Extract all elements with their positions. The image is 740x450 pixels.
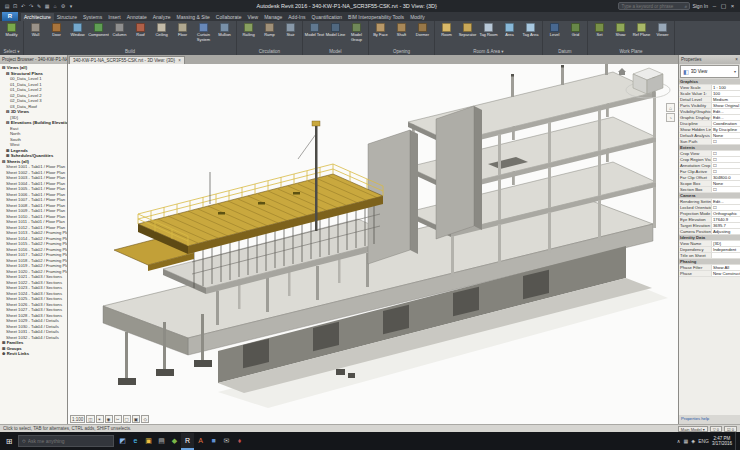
view-tab[interactable]: 340-KW-P1-NA_SCR3F55-CSK.rvt - 3D View: … [69,56,185,64]
ribbon-tool-button[interactable]: Mullion [214,22,235,48]
view-control-button[interactable]: ▣ [132,415,140,423]
quick-access-icon[interactable]: ▾ [67,0,75,12]
taskbar-app-icon[interactable]: e [129,433,142,450]
status-control[interactable]: ☑ 0 [724,426,737,432]
browser-tree-item[interactable]: Sheet 1021 - Tab03 / Sections [0,274,67,280]
tray-icon[interactable]: ◈ [691,438,695,444]
start-button[interactable]: ⊞ [2,437,16,446]
ribbon-tool-button[interactable]: Stair [280,22,301,48]
navigation-tool[interactable]: ⌂ [666,103,675,112]
window-control-button[interactable]: ▢ [719,0,728,12]
project-browser-header[interactable]: Project Browser - 340-KW-P1-NA_SCR3F55-C… [0,55,67,64]
ribbon-tab[interactable]: Add-Ins [285,13,308,21]
taskbar-search[interactable]: ○ [18,435,114,447]
app-menu-button[interactable]: R [2,12,18,21]
quick-access-icon[interactable]: ↶ [19,0,27,12]
ribbon-tool-button[interactable]: Separator [457,22,478,48]
browser-tree-item[interactable]: ⊟ Elevations (Building Elevation) [0,120,67,126]
ribbon-tab[interactable]: Analyze [150,13,174,21]
browser-tree-item[interactable]: Sheet 1017 - Tab02 / Framing Plan [0,252,67,258]
tray-icon[interactable]: ▦ [684,438,689,444]
infocenter-search[interactable]: ⌕ [618,2,690,10]
ribbon-tool-button[interactable]: Ref Plane [631,22,652,48]
view-control-button[interactable]: ▢ [123,415,131,423]
property-value[interactable]: 100 [711,91,740,96]
ribbon-tool-button[interactable]: Model Line [325,22,346,48]
view-control-button[interactable]: ✂ [114,415,122,423]
ribbon-tab[interactable]: Modify [407,13,428,21]
ribbon-tool-button[interactable]: Roof [130,22,151,48]
ribbon-tool-button[interactable]: Window [67,22,88,48]
ribbon-tool-button[interactable]: Ceiling [151,22,172,48]
ribbon-tab[interactable]: BIM Interoperability Tools [345,13,407,21]
ribbon-tool-button[interactable]: Railing [238,22,259,48]
property-value[interactable]: 304800.0 [711,175,740,180]
ribbon-tool-button[interactable]: Tag Area [520,22,541,48]
view-control-button[interactable]: ◇ [141,415,149,423]
view-control-button[interactable]: 1:100 [70,415,85,423]
taskbar-app-icon[interactable]: ✉ [220,433,233,450]
ribbon-tool-button[interactable]: Ramp [259,22,280,48]
property-value[interactable]: ☐ [711,187,740,192]
browser-tree-item[interactable]: Sheet 1005 - Tab01 / Floor Plan [0,186,67,192]
quick-access-icon[interactable]: ⊡ [11,0,19,12]
browser-tree-item[interactable]: ⊕ Revit Links [0,351,67,357]
property-value[interactable]: Orthographic [711,211,740,216]
property-value[interactable] [711,253,740,258]
property-value[interactable]: Coordination [711,121,740,126]
ribbon-tool-button[interactable]: Modify [1,22,22,48]
quick-access-icon[interactable]: ⚙ [59,0,67,12]
ribbon-tab[interactable]: Massing & Site [174,13,213,21]
taskbar-app-icon[interactable]: ♦ [233,433,246,450]
browser-tree-item[interactable]: Sheet 1003 - Tab01 / Floor Plan [0,175,67,181]
ribbon-tab[interactable]: Annotate [124,13,150,21]
ribbon-tool-button[interactable]: Floor [172,22,193,48]
ribbon-tool-button[interactable]: Curtain System [193,22,214,48]
view-control-button[interactable]: ◉ [105,415,113,423]
property-value[interactable]: Show All [711,265,740,270]
ribbon-group-label[interactable]: Select ▾ [1,48,22,55]
view-tab-close-icon[interactable]: × [178,58,181,63]
quick-access-icon[interactable]: ▤ [3,0,11,12]
window-control-button[interactable]: × [728,0,737,12]
browser-tree-item[interactable]: Sheet 1001 - Tab01 / Floor Plan [0,164,67,170]
browser-tree-item[interactable]: Sheet 1015 - Tab02 / Framing Plan [0,241,67,247]
ribbon-tab[interactable]: Manage [261,13,285,21]
browser-tree-item[interactable]: Sheet 1019 - Tab02 / Framing Plan [0,263,67,269]
ribbon-tool-button[interactable]: Shaft [391,22,412,48]
navigation-tool[interactable]: ◔ [666,113,675,122]
browser-tree-item[interactable]: Sheet 1027 - Tab03 / Sections [0,307,67,313]
ribbon-tool-button[interactable]: Level [544,22,565,48]
ribbon-tab[interactable]: Systems [80,13,105,21]
ribbon-tool-button[interactable]: By Face [370,22,391,48]
browser-tree-item[interactable]: Sheet 1007 - Tab01 / Floor Plan [0,197,67,203]
ribbon-tool-button[interactable]: Tag Room [478,22,499,48]
property-value[interactable]: Independent [711,247,740,252]
ribbon-tool-button[interactable]: Area [499,22,520,48]
properties-help-link[interactable]: Properties help [679,415,740,424]
browser-tree-item[interactable]: Sheet 1013 - Tab02 / Framing Plan [0,230,67,236]
property-value[interactable]: 17640.9 [711,217,740,222]
browser-tree-item[interactable]: Sheet 1029 - Tab04 / Details [0,318,67,324]
ribbon-tool-button[interactable]: Dormer [412,22,433,48]
property-value[interactable]: ☐ [711,139,740,144]
ribbon-tool-button[interactable]: Component [88,22,109,48]
ribbon-tool-button[interactable]: Show [610,22,631,48]
ribbon-tab[interactable]: Architecture [21,13,54,21]
property-value[interactable]: {3D} [711,241,740,246]
ribbon-tool-button[interactable]: Grid [565,22,586,48]
property-value[interactable]: Edit... [711,115,740,120]
taskbar-clock[interactable]: 2:47 PM 3/17/2016 [712,436,732,446]
ribbon-tool-button[interactable]: Door [46,22,67,48]
property-value[interactable]: Adjusting [711,229,740,234]
property-value[interactable]: Edit... [711,109,740,114]
taskbar-app-icon[interactable]: ◩ [116,433,129,450]
taskbar-app-icon[interactable]: ■ [207,433,220,450]
property-value[interactable]: Edit... [711,199,740,204]
ribbon-tool-button[interactable]: Room [436,22,457,48]
property-value[interactable]: ☐ [711,205,740,210]
property-value[interactable]: ☐ [711,169,740,174]
browser-tree-item[interactable]: Sheet 1009 - Tab01 / Floor Plan [0,208,67,214]
property-value[interactable]: 3695.7 [711,223,740,228]
property-value[interactable]: New Construction [711,271,740,276]
